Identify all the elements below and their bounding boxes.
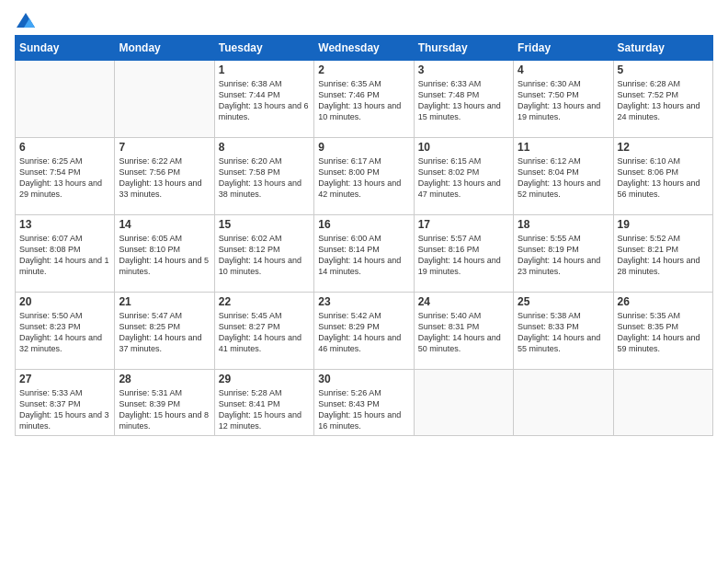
day-number: 27 <box>19 373 110 385</box>
calendar-cell <box>613 370 712 436</box>
day-number: 29 <box>219 373 310 385</box>
day-info: Sunrise: 5:33 AM Sunset: 8:37 PM Dayligh… <box>19 387 110 432</box>
day-number: 21 <box>119 295 210 308</box>
calendar-cell <box>414 370 513 436</box>
day-number: 20 <box>19 295 110 308</box>
header <box>15 15 713 28</box>
day-number: 22 <box>219 295 310 308</box>
day-number: 18 <box>518 218 609 231</box>
day-number: 13 <box>19 218 110 231</box>
day-number: 30 <box>318 373 409 385</box>
day-number: 3 <box>418 63 509 76</box>
day-number: 28 <box>119 373 210 385</box>
weekday-header-tuesday: Tuesday <box>214 36 313 61</box>
day-info: Sunrise: 5:42 AM Sunset: 8:29 PM Dayligh… <box>318 310 409 355</box>
day-number: 1 <box>219 63 310 76</box>
weekday-header-sunday: Sunday <box>16 36 115 61</box>
weekday-header-thursday: Thursday <box>414 36 513 61</box>
calendar-cell: 14Sunrise: 6:05 AM Sunset: 8:10 PM Dayli… <box>115 215 214 293</box>
day-number: 16 <box>318 218 409 231</box>
day-number: 19 <box>618 218 709 231</box>
day-info: Sunrise: 5:38 AM Sunset: 8:33 PM Dayligh… <box>518 310 609 355</box>
calendar-cell: 5Sunrise: 6:28 AM Sunset: 7:52 PM Daylig… <box>613 61 712 138</box>
day-number: 24 <box>418 295 509 308</box>
day-number: 4 <box>518 63 609 76</box>
day-info: Sunrise: 6:22 AM Sunset: 7:56 PM Dayligh… <box>119 155 210 201</box>
calendar-cell: 9Sunrise: 6:17 AM Sunset: 8:00 PM Daylig… <box>314 138 414 215</box>
day-info: Sunrise: 6:28 AM Sunset: 7:52 PM Dayligh… <box>618 78 709 123</box>
calendar-cell <box>16 61 115 138</box>
logo-icon <box>17 11 35 29</box>
day-info: Sunrise: 5:28 AM Sunset: 8:41 PM Dayligh… <box>219 387 310 432</box>
calendar-cell: 6Sunrise: 6:25 AM Sunset: 7:54 PM Daylig… <box>16 138 115 215</box>
calendar-cell: 12Sunrise: 6:10 AM Sunset: 8:06 PM Dayli… <box>613 138 712 215</box>
day-number: 12 <box>618 141 709 154</box>
day-number: 10 <box>418 141 509 154</box>
calendar-table: SundayMondayTuesdayWednesdayThursdayFrid… <box>15 35 713 436</box>
calendar-cell: 11Sunrise: 6:12 AM Sunset: 8:04 PM Dayli… <box>514 138 613 215</box>
day-info: Sunrise: 5:40 AM Sunset: 8:31 PM Dayligh… <box>418 310 509 355</box>
day-info: Sunrise: 6:20 AM Sunset: 7:58 PM Dayligh… <box>219 155 310 201</box>
calendar-week-row: 6Sunrise: 6:25 AM Sunset: 7:54 PM Daylig… <box>16 138 713 215</box>
day-info: Sunrise: 6:17 AM Sunset: 8:00 PM Dayligh… <box>318 155 409 201</box>
day-info: Sunrise: 6:00 AM Sunset: 8:14 PM Dayligh… <box>318 233 409 278</box>
calendar-week-row: 1Sunrise: 6:38 AM Sunset: 7:44 PM Daylig… <box>16 61 713 138</box>
calendar-cell: 23Sunrise: 5:42 AM Sunset: 8:29 PM Dayli… <box>314 293 414 370</box>
logo <box>15 15 35 28</box>
day-number: 7 <box>119 141 210 154</box>
calendar-cell: 15Sunrise: 6:02 AM Sunset: 8:12 PM Dayli… <box>214 215 313 293</box>
calendar-cell: 7Sunrise: 6:22 AM Sunset: 7:56 PM Daylig… <box>115 138 214 215</box>
calendar-cell: 18Sunrise: 5:55 AM Sunset: 8:19 PM Dayli… <box>514 215 613 293</box>
day-info: Sunrise: 6:15 AM Sunset: 8:02 PM Dayligh… <box>418 155 509 201</box>
day-info: Sunrise: 5:45 AM Sunset: 8:27 PM Dayligh… <box>219 310 310 355</box>
day-number: 9 <box>318 141 409 154</box>
day-info: Sunrise: 5:57 AM Sunset: 8:16 PM Dayligh… <box>418 233 509 278</box>
weekday-header-row: SundayMondayTuesdayWednesdayThursdayFrid… <box>16 36 713 61</box>
day-info: Sunrise: 6:07 AM Sunset: 8:08 PM Dayligh… <box>19 233 110 278</box>
calendar-cell: 17Sunrise: 5:57 AM Sunset: 8:16 PM Dayli… <box>414 215 513 293</box>
day-info: Sunrise: 5:55 AM Sunset: 8:19 PM Dayligh… <box>518 233 609 278</box>
calendar-cell: 8Sunrise: 6:20 AM Sunset: 7:58 PM Daylig… <box>214 138 313 215</box>
calendar-cell: 28Sunrise: 5:31 AM Sunset: 8:39 PM Dayli… <box>115 370 214 436</box>
calendar-cell: 1Sunrise: 6:38 AM Sunset: 7:44 PM Daylig… <box>214 61 313 138</box>
calendar-week-row: 20Sunrise: 5:50 AM Sunset: 8:23 PM Dayli… <box>16 293 713 370</box>
calendar-cell <box>115 61 214 138</box>
calendar-cell: 29Sunrise: 5:28 AM Sunset: 8:41 PM Dayli… <box>214 370 313 436</box>
calendar-cell: 10Sunrise: 6:15 AM Sunset: 8:02 PM Dayli… <box>414 138 513 215</box>
day-number: 2 <box>318 63 409 76</box>
day-info: Sunrise: 6:12 AM Sunset: 8:04 PM Dayligh… <box>518 155 609 201</box>
day-number: 17 <box>418 218 509 231</box>
calendar-cell: 4Sunrise: 6:30 AM Sunset: 7:50 PM Daylig… <box>514 61 613 138</box>
day-info: Sunrise: 5:35 AM Sunset: 8:35 PM Dayligh… <box>618 310 709 355</box>
day-info: Sunrise: 6:33 AM Sunset: 7:48 PM Dayligh… <box>418 78 509 123</box>
day-info: Sunrise: 6:35 AM Sunset: 7:46 PM Dayligh… <box>318 78 409 123</box>
day-info: Sunrise: 6:05 AM Sunset: 8:10 PM Dayligh… <box>119 233 210 278</box>
weekday-header-saturday: Saturday <box>613 36 712 61</box>
day-number: 15 <box>219 218 310 231</box>
day-number: 14 <box>119 218 210 231</box>
calendar-cell: 19Sunrise: 5:52 AM Sunset: 8:21 PM Dayli… <box>613 215 712 293</box>
day-number: 23 <box>318 295 409 308</box>
day-info: Sunrise: 5:50 AM Sunset: 8:23 PM Dayligh… <box>19 310 110 355</box>
calendar-cell: 2Sunrise: 6:35 AM Sunset: 7:46 PM Daylig… <box>314 61 414 138</box>
day-info: Sunrise: 5:47 AM Sunset: 8:25 PM Dayligh… <box>119 310 210 355</box>
calendar-cell: 13Sunrise: 6:07 AM Sunset: 8:08 PM Dayli… <box>16 215 115 293</box>
weekday-header-wednesday: Wednesday <box>314 36 414 61</box>
day-number: 26 <box>618 295 709 308</box>
calendar-cell: 20Sunrise: 5:50 AM Sunset: 8:23 PM Dayli… <box>16 293 115 370</box>
day-info: Sunrise: 6:10 AM Sunset: 8:06 PM Dayligh… <box>618 155 709 201</box>
calendar-week-row: 27Sunrise: 5:33 AM Sunset: 8:37 PM Dayli… <box>16 370 713 436</box>
calendar-cell: 16Sunrise: 6:00 AM Sunset: 8:14 PM Dayli… <box>314 215 414 293</box>
day-number: 25 <box>518 295 609 308</box>
page: SundayMondayTuesdayWednesdayThursdayFrid… <box>0 0 728 563</box>
calendar-cell <box>514 370 613 436</box>
day-info: Sunrise: 6:38 AM Sunset: 7:44 PM Dayligh… <box>219 78 310 123</box>
calendar-cell: 24Sunrise: 5:40 AM Sunset: 8:31 PM Dayli… <box>414 293 513 370</box>
calendar-cell: 22Sunrise: 5:45 AM Sunset: 8:27 PM Dayli… <box>214 293 313 370</box>
day-info: Sunrise: 5:52 AM Sunset: 8:21 PM Dayligh… <box>618 233 709 278</box>
calendar-cell: 27Sunrise: 5:33 AM Sunset: 8:37 PM Dayli… <box>16 370 115 436</box>
weekday-header-friday: Friday <box>514 36 613 61</box>
day-number: 11 <box>518 141 609 154</box>
day-info: Sunrise: 6:02 AM Sunset: 8:12 PM Dayligh… <box>219 233 310 278</box>
calendar-cell: 25Sunrise: 5:38 AM Sunset: 8:33 PM Dayli… <box>514 293 613 370</box>
